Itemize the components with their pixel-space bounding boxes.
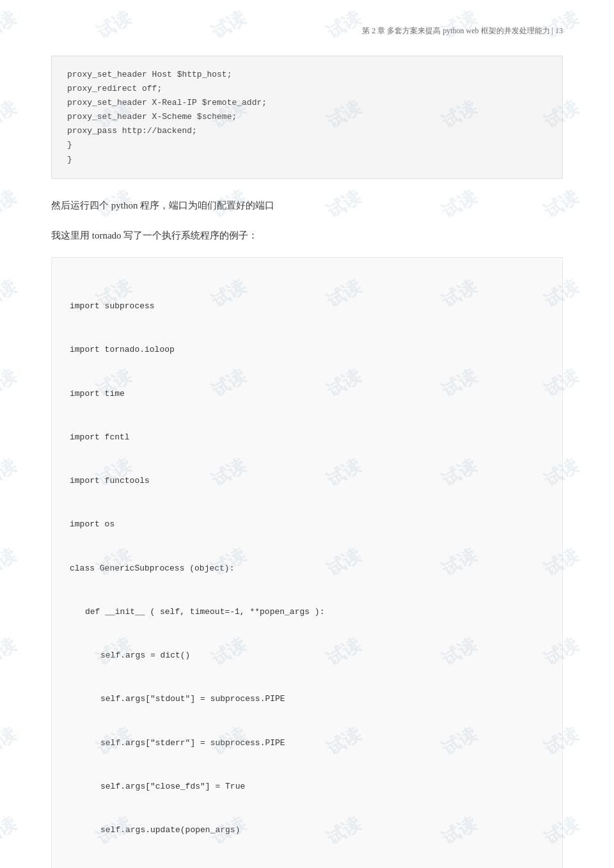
code-line-args-update: self.args.update(popen_args): [70, 823, 544, 838]
config-line-5: proxy_pass http://backend;: [67, 124, 547, 138]
prose-paragraph-2: 我这里用 tornado 写了一个执行系统程序的例子：: [51, 227, 563, 244]
config-block: proxy_set_header Host $http_host; proxy_…: [51, 56, 563, 179]
code-line-import-fcntl: import fcntl: [70, 430, 544, 445]
code-line-import-subprocess: import subprocess: [70, 299, 544, 314]
config-line-4: proxy_set_header X‑Scheme $scheme;: [67, 110, 547, 124]
config-line-3: proxy_set_header X‑Real‑IP $remote_addr;: [67, 96, 547, 110]
code-line-import-time: import time: [70, 387, 544, 402]
page-header: 第 2 章 多套方案来提高 python web 框架的并发处理能力 | 13: [51, 26, 563, 36]
code-line-import-ioloop: import tornado.ioloop: [70, 343, 544, 358]
code-line-init-def: def __init__ ( self, timeout=‑1, **popen…: [70, 605, 544, 620]
config-line-1: proxy_set_header Host $http_host;: [67, 68, 547, 82]
code-line-args-stderr: self.args["stderr"] = subprocess.PIPE: [70, 736, 544, 751]
code-line-import-functools: import functools: [70, 474, 544, 489]
config-line-7: }: [67, 153, 547, 167]
page-number: 第 2 章 多套方案来提高 python web 框架的并发处理能力 | 13: [362, 26, 563, 36]
page-content: 第 2 章 多套方案来提高 python web 框架的并发处理能力 | 13 …: [0, 0, 614, 868]
code-line-args-stdout: self.args["stdout"] = subprocess.PIPE: [70, 692, 544, 707]
config-line-2: proxy_redirect off;: [67, 82, 547, 96]
prose-paragraph-1: 然后运行四个 python 程序，端口为咱们配置好的端口: [51, 197, 563, 214]
code-line-import-os: import os: [70, 517, 544, 532]
code-line-args-close-fds: self.args["close_fds"] = True: [70, 780, 544, 794]
main-code-block: import subprocess import tornado.ioloop …: [51, 257, 563, 868]
code-line-class-def: class GenericSubprocess (object):: [70, 562, 544, 576]
code-line-args-dict: self.args = dict(): [70, 649, 544, 663]
config-line-6: }: [67, 138, 547, 152]
